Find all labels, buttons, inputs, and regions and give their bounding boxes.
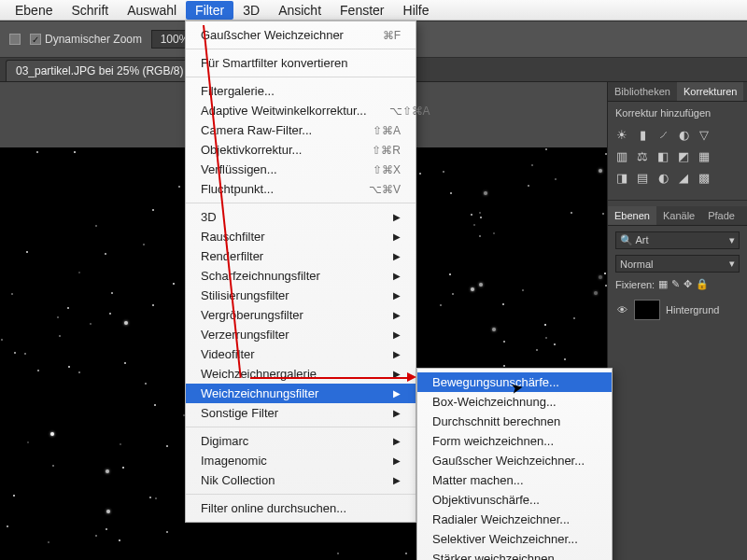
filter-menu: Gaußscher Weichzeichner⌘FFür Smartfilter… <box>185 21 416 523</box>
menu-fenster[interactable]: Fenster <box>331 1 393 20</box>
bw-icon[interactable]: ◧ <box>656 149 669 163</box>
layer-thumbnail[interactable] <box>634 300 660 320</box>
right-panels: BibliothekenKorrekturen Korrektur hinzuf… <box>607 82 747 560</box>
checkbox-dynamischer-zoom[interactable]: ✓ Dynamischer Zoom <box>30 33 142 46</box>
panel-tab-ebenen[interactable]: Ebenen <box>608 206 656 225</box>
menu-item[interactable]: Filter online durchsuchen... <box>186 498 416 518</box>
menu-item[interactable]: Selektiver Weichzeichner... <box>417 529 612 549</box>
menu-item[interactable]: Radialer Weichzeichner... <box>417 510 612 529</box>
menu-item[interactable]: Stärker weichzeichnen <box>417 549 612 560</box>
panel-tab-bibliotheken[interactable]: Bibliotheken <box>608 82 677 101</box>
menu-item[interactable]: Objektivunschärfe... <box>417 490 612 510</box>
menu-item[interactable]: Imagenomic▶ <box>186 451 416 470</box>
gradient-icon[interactable]: ◢ <box>677 171 690 185</box>
blur-submenu: Bewegungsunschärfe...Box-Weichzeichnung.… <box>416 368 613 560</box>
menu-item[interactable]: Matter machen... <box>417 470 612 490</box>
menu-filter[interactable]: Filter <box>186 1 233 20</box>
menu-item[interactable]: Nik Collection▶ <box>186 470 416 490</box>
menu-hilfe[interactable]: Hilfe <box>394 1 439 20</box>
adjustments-panel: Korrektur hinzufügen ☀ ▮ ⟋ ◐ ▽ ▥ ⚖ ◧ ◩ ▦… <box>608 102 747 194</box>
visibility-icon[interactable]: 👁 <box>615 304 628 315</box>
menu-item[interactable]: Renderfilter▶ <box>186 246 416 266</box>
hue-icon[interactable]: ▥ <box>615 149 628 163</box>
layer-kind-filter[interactable]: 🔍 Art▾ <box>615 231 740 249</box>
menu-item[interactable]: 3D▶ <box>186 207 416 227</box>
menu-item[interactable]: Für Smartfilter konvertieren <box>186 53 416 73</box>
menu-item[interactable]: Filtergalerie... <box>186 81 416 101</box>
menu-item[interactable]: Weichzeichnungsfilter▶ <box>186 384 416 403</box>
layers-panel: 🔍 Art▾ Normal▾ Fixieren: ▦ ✎ ✥ 🔒 👁 Hinte… <box>608 226 747 329</box>
lock-controls: Fixieren: ▦ ✎ ✥ 🔒 <box>615 278 740 290</box>
curves-icon[interactable]: ⟋ <box>656 128 669 142</box>
menu-item[interactable]: Camera Raw-Filter...⇧⌘A <box>186 120 416 140</box>
menu-item[interactable]: Scharfzeichnungsfilter▶ <box>186 266 416 286</box>
panel-tab-korrekturen[interactable]: Korrekturen <box>677 82 743 101</box>
menu-ebene[interactable]: Ebene <box>6 1 62 20</box>
menu-item[interactable]: Digimarc▶ <box>186 431 416 451</box>
levels-icon[interactable]: ▮ <box>636 128 649 142</box>
lock-brush-icon[interactable]: ✎ <box>671 278 680 290</box>
balance-icon[interactable]: ⚖ <box>636 149 649 163</box>
menu-item[interactable]: Bewegungsunschärfe... <box>417 372 612 392</box>
menu-3d[interactable]: 3D <box>233 1 269 20</box>
vibrance-icon[interactable]: ▽ <box>698 128 711 142</box>
menu-item[interactable]: Weichzeichnergalerie▶ <box>186 364 416 384</box>
adjustments-subtitle: Korrektur hinzufügen <box>615 107 740 119</box>
adjustments-panel-tabs: BibliothekenKorrekturen <box>608 82 747 102</box>
menu-item[interactable]: Form weichzeichnen... <box>417 431 612 451</box>
exposure-icon[interactable]: ◐ <box>677 128 690 142</box>
document-tab-title: 03_partikel.JPG bei 25% (RGB/8) <box>16 64 183 77</box>
menu-item[interactable]: Stilisierungsfilter▶ <box>186 286 416 305</box>
panel-tab-kanäle[interactable]: Kanäle <box>656 206 701 225</box>
adjustments-icon-row-2: ▥ ⚖ ◧ ◩ ▦ <box>615 146 740 167</box>
menubar: EbeneSchriftAuswahlFilter3DAnsichtFenste… <box>0 0 747 21</box>
panel-tab-pfade[interactable]: Pfade <box>701 206 741 225</box>
threshold-icon[interactable]: ◐ <box>656 171 669 185</box>
menu-item[interactable]: Gaußscher Weichzeichner... <box>417 451 612 470</box>
channel-icon[interactable]: ▦ <box>698 149 711 163</box>
lock-move-icon[interactable]: ✥ <box>684 278 692 290</box>
dynamischer-zoom-label: Dynamischer Zoom <box>45 33 142 46</box>
menu-auswahl[interactable]: Auswahl <box>118 1 186 20</box>
menu-item[interactable]: Fluchtpunkt...⌥⌘V <box>186 179 416 199</box>
layer-row-background[interactable]: 👁 Hintergrund <box>615 296 740 324</box>
menu-item[interactable]: Verflüssigen...⇧⌘X <box>186 160 416 179</box>
checkbox-a[interactable] <box>9 34 21 45</box>
menu-item[interactable]: Videofilter▶ <box>186 344 416 364</box>
photo-icon[interactable]: ◩ <box>677 149 690 163</box>
layer-name: Hintergrund <box>666 304 719 315</box>
menu-schrift[interactable]: Schrift <box>62 1 118 20</box>
menu-item[interactable]: Objektivkorrektur...⇧⌘R <box>186 140 416 160</box>
lock-pixels-icon[interactable]: ▦ <box>658 278 668 290</box>
layers-panel-tabs: EbenenKanälePfade <box>608 206 747 226</box>
menu-item[interactable]: Sonstige Filter▶ <box>186 403 416 423</box>
adjustments-icon-row-3: ◨ ▤ ◐ ◢ ▩ <box>615 167 740 189</box>
menu-item[interactable]: Durchschnitt berechnen <box>417 412 612 431</box>
menu-item[interactable]: Adaptive Weitwinkelkorrektur...⌥⇧⌘A <box>186 101 416 120</box>
adjustments-icon-row-1: ☀ ▮ ⟋ ◐ ▽ <box>615 124 740 146</box>
posterize-icon[interactable]: ▤ <box>636 171 649 185</box>
blend-mode-select[interactable]: Normal▾ <box>615 255 740 273</box>
menu-item[interactable]: Gaußscher Weichzeichner⌘F <box>186 25 416 45</box>
menu-item[interactable]: Rauschfilter▶ <box>186 227 416 246</box>
menu-item[interactable]: Verzerrungsfilter▶ <box>186 325 416 344</box>
menu-item[interactable]: Box-Weichzeichnung... <box>417 392 612 412</box>
menu-item[interactable]: Vergröberungsfilter▶ <box>186 305 416 325</box>
invert-icon[interactable]: ◨ <box>615 171 628 185</box>
selective-icon[interactable]: ▩ <box>698 171 711 185</box>
lock-label: Fixieren: <box>615 279 655 290</box>
document-tab[interactable]: 03_partikel.JPG bei 25% (RGB/8) <box>6 60 193 81</box>
menu-ansicht[interactable]: Ansicht <box>269 1 331 20</box>
lock-all-icon[interactable]: 🔒 <box>696 278 709 290</box>
brightness-icon[interactable]: ☀ <box>615 128 628 142</box>
